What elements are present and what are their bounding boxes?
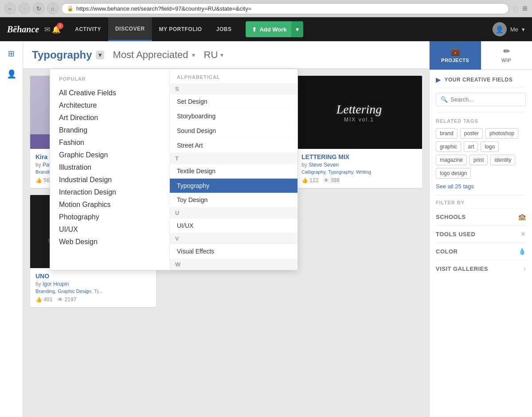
alpha-item-visual-effects[interactable]: Visual Effects — [170, 244, 297, 259]
sort-label: Most Appreciated — [113, 49, 188, 61]
tag-poster[interactable]: poster — [460, 128, 483, 139]
alpha-item-ui-ux[interactable]: UI/UX — [170, 218, 297, 233]
project-title-lettering[interactable]: LETTERING MIX — [301, 153, 417, 160]
tag-photoshop[interactable]: photoshop — [485, 128, 518, 139]
play-icon[interactable]: ▶ — [436, 76, 441, 83]
alpha-item-textile-design[interactable]: Textile Design — [170, 164, 297, 179]
related-tags-section: RELATED TAGS brand poster photoshop grap… — [436, 118, 526, 190]
nav-mail-icon[interactable]: ✉ — [44, 25, 50, 34]
dropdown-popular-section: POPULAR All Creative Fields Architecture… — [50, 69, 170, 270]
search-box[interactable]: 🔍 — [436, 93, 526, 106]
bookmark-icon[interactable]: ☆ — [512, 3, 520, 14]
related-tags-label: RELATED TAGS — [436, 118, 526, 124]
dropdown-item-interaction-design[interactable]: Interaction Design — [59, 186, 160, 199]
views-stat: 👁 2197 — [58, 296, 76, 303]
dropdown-alphabetical-section: ALPHABETICAL S Set Design Storyboarding … — [170, 69, 297, 270]
color-icon: 💧 — [518, 248, 526, 255]
dropdown-item-fashion[interactable]: Fashion — [59, 136, 160, 149]
schools-label: SCHOOLS — [436, 214, 466, 220]
alpha-item-set-design[interactable]: Set Design — [170, 94, 297, 109]
add-work-button[interactable]: ⬆ Add Work ▾ — [246, 21, 303, 37]
project-tags-uno: Branding, Graphic Design, Ty... — [35, 288, 151, 294]
project-author-uno[interactable]: Igor Hrupin — [43, 281, 69, 287]
nav-link-activity[interactable]: ACTIVITY — [68, 17, 108, 41]
dropdown-item-ui-ux[interactable]: UI/UX — [59, 223, 160, 236]
tag-print[interactable]: print — [469, 155, 488, 165]
me-label: Me — [510, 26, 518, 33]
dropdown-item-architecture[interactable]: Architecture — [59, 99, 160, 112]
filter-schools-row[interactable]: SCHOOLS 🏫 — [436, 208, 526, 225]
tag-brand[interactable]: brand — [436, 128, 458, 139]
alpha-item-typography[interactable]: Typography — [170, 179, 297, 193]
tag-logo-design[interactable]: logo design — [436, 168, 471, 179]
alpha-letter-u: U — [170, 207, 297, 218]
tools-label: TOOLS USED — [436, 231, 475, 238]
wip-tab-label: WIP — [501, 58, 511, 63]
alphabetical-section-title: ALPHABETICAL — [170, 69, 297, 83]
lock-icon: 🔒 — [67, 5, 74, 12]
back-button[interactable]: ← — [4, 3, 16, 14]
country-dropdown-icon: ▾ — [220, 51, 223, 58]
user-menu[interactable]: 👤 Me ▾ — [493, 22, 525, 36]
user-view-icon[interactable]: 👤 — [5, 68, 18, 80]
reload-button[interactable]: ↻ — [33, 3, 44, 14]
user-dropdown-icon: ▾ — [522, 26, 525, 33]
alpha-letter-w: W — [170, 259, 297, 270]
alpha-item-sound-design[interactable]: Sound Design — [170, 124, 297, 138]
search-input[interactable] — [450, 96, 525, 103]
project-by-lettering: by Steve Seven — [301, 162, 417, 168]
browser-chrome: ← → ↻ ⌂ 🔒 https://www.behance.net/search… — [0, 0, 532, 17]
tag-art[interactable]: art — [464, 141, 478, 152]
dropdown-item-web-design[interactable]: Web Design — [59, 236, 160, 248]
dropdown-item-graphic-design[interactable]: Graphic Design — [59, 149, 160, 161]
dropdown-item-industrial-design[interactable]: Industrial Design — [59, 174, 160, 186]
tab-projects[interactable]: 💼 PROJECTS — [430, 41, 481, 70]
field-label: Typography — [32, 49, 92, 61]
dropdown-item-photography[interactable]: Photography — [59, 211, 160, 223]
dropdown-item-motion-graphics[interactable]: Motion Graphics — [59, 199, 160, 211]
notification-badge: 2 — [57, 23, 63, 29]
menu-icon[interactable]: ≡ — [522, 4, 528, 14]
project-author-lettering[interactable]: Steve Seven — [309, 162, 339, 168]
see-all-tags-link[interactable]: See all 25 tags — [436, 183, 526, 190]
add-work-dropdown-icon[interactable]: ▾ — [291, 21, 303, 37]
alpha-item-street-art[interactable]: Street Art — [170, 138, 297, 153]
field-filter-chip[interactable]: Typography ▾ — [32, 49, 104, 61]
filter-color-row[interactable]: COLOR 💧 — [436, 242, 526, 260]
dropdown-item-art-direction[interactable]: Art Direction — [59, 112, 160, 124]
nav-link-portfolio[interactable]: MY PORTFOLIO — [152, 17, 209, 41]
nav-link-discover[interactable]: DISCOVER — [108, 17, 152, 41]
likes-stat: 👍 401 — [35, 296, 52, 303]
sort-filter-chip[interactable]: Most Appreciated ▾ — [113, 49, 195, 61]
visit-galleries-row[interactable]: VISIT GALLERIES › — [436, 260, 526, 277]
alpha-item-storyboarding[interactable]: Storyboarding — [170, 109, 297, 124]
dropdown-item-branding[interactable]: Branding — [59, 124, 160, 136]
schools-icon: 🏫 — [518, 213, 526, 220]
grid-view-icon[interactable]: ⊞ — [5, 47, 18, 60]
country-filter-chip[interactable]: RU ▾ — [204, 49, 224, 61]
avatar: 👤 — [493, 22, 507, 36]
tools-icon: ✕ — [520, 230, 526, 238]
logo[interactable]: Bēhance — [7, 24, 39, 35]
address-bar[interactable]: 🔒 https://www.behance.net/search?field=9… — [61, 3, 509, 14]
center-content: Typography ▾ Most Appreciated ▾ RU ▾ POP… — [23, 41, 429, 417]
projects-tab-label: PROJECTS — [441, 58, 469, 63]
alpha-item-toy-design[interactable]: Toy Design — [170, 193, 297, 207]
tag-identity[interactable]: identity — [490, 155, 515, 165]
filter-tools-row[interactable]: TOOLS USED ✕ — [436, 225, 526, 242]
dropdown-item-illustration[interactable]: Illustration — [59, 161, 160, 174]
forward-button[interactable]: → — [19, 3, 30, 14]
dropdown-item-all-creative-fields[interactable]: All Creative Fields — [59, 87, 160, 99]
nav-link-jobs[interactable]: JOBS — [209, 17, 239, 41]
project-title-uno[interactable]: UNO — [35, 273, 151, 280]
tab-wip[interactable]: ✏ WIP — [481, 41, 532, 70]
project-thumb-lettering[interactable]: Lettering MIX vol.1 — [296, 76, 422, 149]
color-label: COLOR — [436, 248, 458, 255]
tag-graphic[interactable]: graphic — [436, 141, 461, 152]
divider3 — [436, 195, 526, 195]
home-button[interactable]: ⌂ — [47, 3, 59, 14]
right-panel-content: ▶ YOUR CREATIVE FIELDS 🔍 RELATED TAGS br… — [430, 70, 532, 283]
visit-galleries-label: VISIT GALLERIES — [436, 265, 488, 272]
tag-magazine[interactable]: magazine — [436, 155, 467, 165]
tag-logo[interactable]: logo — [481, 141, 499, 152]
